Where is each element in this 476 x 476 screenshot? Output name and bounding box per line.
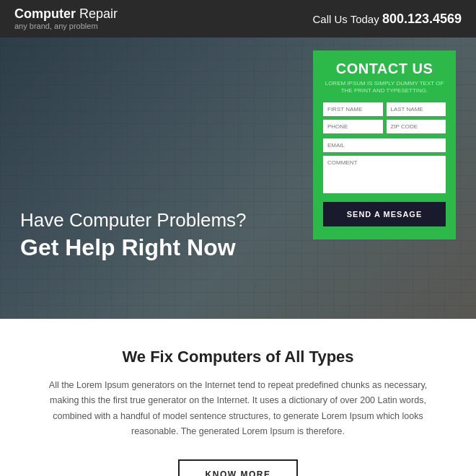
logo-bold: Computer [14, 6, 76, 21]
bottom-title: We Fix Computers of All Types [43, 348, 433, 366]
name-row [323, 102, 446, 116]
last-name-input[interactable] [387, 102, 446, 116]
phone-input[interactable] [323, 120, 383, 133]
hero-section: Have Computer Problems? Get Help Right N… [0, 38, 476, 319]
comment-input[interactable] [323, 156, 446, 193]
first-name-input[interactable] [323, 102, 383, 116]
send-button[interactable]: SEND A MESAGE [323, 202, 446, 226]
logo: Computer Repair any brand, any problem [14, 6, 118, 32]
logo-rest: Repair [76, 6, 118, 21]
hero-line1: Have Computer Problems? [20, 209, 247, 232]
phone-label: Call Us Today [312, 13, 379, 25]
email-input[interactable] [323, 138, 446, 152]
comment-row [323, 156, 446, 193]
phone-zip-row [323, 120, 446, 133]
hero-text: Have Computer Problems? Get Help Right N… [20, 209, 247, 261]
phone-info: Call Us Today 800.123.4569 [312, 12, 462, 27]
know-more-button[interactable]: KNOW MORE [178, 459, 299, 476]
logo-sub: any brand, any problem [14, 22, 118, 31]
contact-form-title: CONTACT US [323, 61, 446, 77]
bottom-body: All the Lorem Ipsum generators on the In… [43, 378, 433, 439]
contact-form-subtitle: LOREM IPSUM IS SIMPLY DUMMY TEXT OF THE … [323, 80, 446, 95]
contact-form: CONTACT US LOREM IPSUM IS SIMPLY DUMMY T… [313, 50, 456, 239]
header: Computer Repair any brand, any problem C… [0, 0, 476, 38]
phone-number: 800.123.4569 [382, 12, 462, 26]
hero-line2: Get Help Right Now [20, 234, 247, 261]
bottom-section: We Fix Computers of All Types All the Lo… [0, 319, 476, 476]
email-row [323, 137, 446, 152]
zip-input[interactable] [387, 120, 446, 133]
